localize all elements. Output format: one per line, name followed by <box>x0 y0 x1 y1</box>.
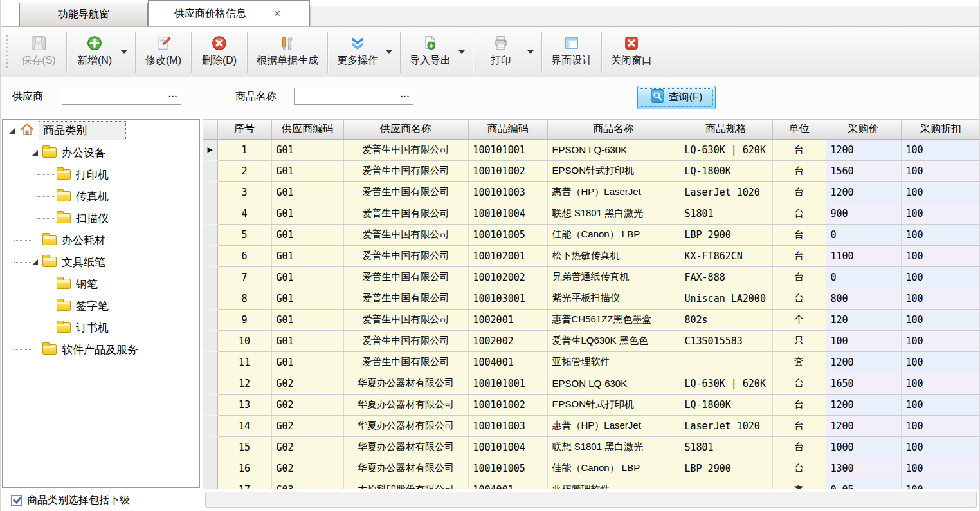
toolbar-grip[interactable] <box>6 35 8 69</box>
cell-index[interactable]: 4 <box>217 203 271 224</box>
row-indicator[interactable] <box>203 266 217 288</box>
cell-product-code[interactable]: 100101001 <box>468 139 547 160</box>
cell-purchase-price[interactable]: 1200 <box>826 351 901 373</box>
table-row[interactable]: 15G02华夏办公器材有限公司100101004联想 S1801 黑白激光S18… <box>203 436 980 458</box>
cell-supplier-code[interactable]: G01 <box>271 203 343 224</box>
cell-supplier-name[interactable]: 爱普生中国有限公司 <box>343 139 468 160</box>
row-indicator[interactable] <box>203 436 217 458</box>
cell-supplier-code[interactable]: G02 <box>271 458 343 479</box>
cell-supplier-code[interactable]: G01 <box>271 266 343 288</box>
cell-supplier-name[interactable]: 爱普生中国有限公司 <box>343 266 468 288</box>
cell-index[interactable]: 13 <box>217 394 271 415</box>
table-row[interactable]: 5G01爱普生中国有限公司100101005佳能（Canon） LBPLBP 2… <box>203 224 980 245</box>
cell-unit[interactable]: 个 <box>772 309 826 330</box>
cell-unit[interactable]: 台 <box>772 203 826 224</box>
column-header-product-spec[interactable]: 商品规格 <box>680 120 772 139</box>
cell-unit[interactable]: 台 <box>772 436 826 458</box>
cell-unit[interactable]: 台 <box>772 224 826 245</box>
column-header-supplier-code[interactable]: 供应商编码 <box>271 120 343 139</box>
cell-supplier-name[interactable]: 华夏办公器材有限公司 <box>343 458 468 479</box>
cell-supplier-name[interactable]: 爱普生中国有限公司 <box>343 160 468 181</box>
supplier-browse-button[interactable]: ... <box>165 88 181 105</box>
cell-product-code[interactable]: 100101002 <box>468 394 547 415</box>
cell-product-spec[interactable]: Uniscan LA2000 <box>680 288 772 309</box>
cell-supplier-code[interactable]: G02 <box>271 436 343 458</box>
cell-product-spec[interactable] <box>680 351 772 373</box>
cell-purchase-price[interactable]: 100 <box>826 330 901 351</box>
cell-purchase-price[interactable]: 900 <box>826 203 901 224</box>
cell-supplier-code[interactable]: G01 <box>271 288 343 309</box>
cell-purchase-discount[interactable]: 100 <box>901 436 980 458</box>
cell-product-name[interactable]: EPSON针式打印机 <box>547 394 680 415</box>
table-row[interactable]: 4G01爱普生中国有限公司100101004联想 S1801 黑白激光S1801… <box>203 203 980 224</box>
cell-product-code[interactable]: 100101003 <box>468 181 547 203</box>
cell-purchase-price[interactable]: 1200 <box>826 139 901 160</box>
cell-supplier-name[interactable]: 华夏办公器材有限公司 <box>343 394 468 415</box>
cell-supplier-name[interactable]: 华夏办公器材有限公司 <box>343 436 468 458</box>
cell-product-name[interactable]: 松下热敏传真机 <box>547 245 680 266</box>
column-header-supplier-name[interactable]: 供应商名称 <box>343 120 468 139</box>
tree-item[interactable]: 打印机 <box>3 163 199 185</box>
cell-purchase-price[interactable]: 0 <box>826 266 901 288</box>
cell-product-spec[interactable]: LQ-1800K <box>680 160 772 181</box>
column-header-product-name[interactable]: 商品名称 <box>547 120 680 139</box>
cell-supplier-name[interactable]: 爱普生中国有限公司 <box>343 351 468 373</box>
cell-unit[interactable]: 台 <box>772 415 826 436</box>
cell-index[interactable]: 5 <box>217 224 271 245</box>
cell-unit[interactable]: 台 <box>772 181 826 203</box>
row-indicator[interactable] <box>203 394 217 415</box>
cell-product-code[interactable]: 100101002 <box>468 160 547 181</box>
cell-supplier-name[interactable]: 华夏办公器材有限公司 <box>343 373 468 394</box>
cell-product-name[interactable]: EPSON LQ-630K <box>547 373 680 394</box>
cell-unit[interactable]: 台 <box>772 245 826 266</box>
tree-item[interactable]: 签字笔 <box>3 295 199 317</box>
tree-item[interactable]: 钢笔 <box>3 273 199 295</box>
cell-unit[interactable]: 台 <box>772 394 826 415</box>
cell-purchase-discount[interactable]: 100 <box>901 288 980 309</box>
print-button[interactable]: 打印 <box>476 31 526 73</box>
cell-index[interactable]: 12 <box>217 373 271 394</box>
cell-product-spec[interactable]: LBP 2900 <box>680 224 772 245</box>
supplier-input[interactable] <box>62 88 165 105</box>
tree-item[interactable]: 扫描仪 <box>3 207 199 229</box>
cell-supplier-code[interactable]: G01 <box>271 181 343 203</box>
cell-supplier-name[interactable]: 爱普生中国有限公司 <box>343 330 468 351</box>
cell-unit[interactable]: 台 <box>772 139 826 160</box>
table-row[interactable]: 17G03太原科印股份有限公司1004001亚拓管理软件套0.05100 <box>203 479 980 489</box>
cell-purchase-discount[interactable]: 100 <box>901 139 980 160</box>
query-button[interactable]: 查询(F) <box>637 86 716 109</box>
cell-purchase-discount[interactable]: 100 <box>901 203 980 224</box>
ui-design-button[interactable]: 界面设计 <box>545 31 599 73</box>
include-sublevel-checkbox[interactable] <box>11 495 22 506</box>
cell-product-name[interactable]: 惠普CH561ZZ黑色墨盒 <box>547 309 680 330</box>
cell-index[interactable]: 8 <box>217 288 271 309</box>
table-row[interactable]: 13G02华夏办公器材有限公司100101002EPSON针式打印机LQ-180… <box>203 394 980 415</box>
product-browse-button[interactable]: ... <box>397 88 413 105</box>
row-indicator[interactable] <box>203 181 217 203</box>
cell-supplier-name[interactable]: 太原科印股份有限公司 <box>343 479 468 489</box>
cell-purchase-discount[interactable]: 100 <box>901 330 980 351</box>
tree-item[interactable]: 办公设备 <box>3 142 199 163</box>
table-row[interactable]: 7G01爱普生中国有限公司100102002兄弟普通纸传真机FAX-888台01… <box>203 266 980 288</box>
cell-unit[interactable]: 台 <box>772 373 826 394</box>
row-indicator[interactable] <box>203 245 217 266</box>
cell-product-code[interactable]: 100101004 <box>468 203 547 224</box>
cell-product-name[interactable]: 亚拓管理软件 <box>547 479 680 489</box>
expand-icon[interactable] <box>32 150 38 156</box>
product-name-input[interactable] <box>294 88 397 105</box>
cell-product-code[interactable]: 100101005 <box>468 458 547 479</box>
row-indicator[interactable] <box>203 458 217 479</box>
tree-item[interactable]: 软件产品及服务 <box>3 339 199 360</box>
cell-purchase-price[interactable]: 1000 <box>826 436 901 458</box>
cell-product-name[interactable]: 惠普（HP）LaserJet <box>547 181 680 203</box>
cell-purchase-price[interactable]: 0 <box>826 224 901 245</box>
cell-purchase-discount[interactable]: 100 <box>901 458 980 479</box>
expand-icon[interactable] <box>32 259 38 265</box>
cell-purchase-price[interactable]: 1200 <box>826 181 901 203</box>
row-indicator[interactable] <box>203 160 217 181</box>
row-indicator[interactable] <box>203 351 217 373</box>
cell-product-spec[interactable]: LaserJet 1020 <box>680 181 772 203</box>
cell-purchase-discount[interactable]: 100 <box>901 394 980 415</box>
cell-unit[interactable]: 台 <box>772 288 826 309</box>
cell-supplier-name[interactable]: 爱普生中国有限公司 <box>343 224 468 245</box>
